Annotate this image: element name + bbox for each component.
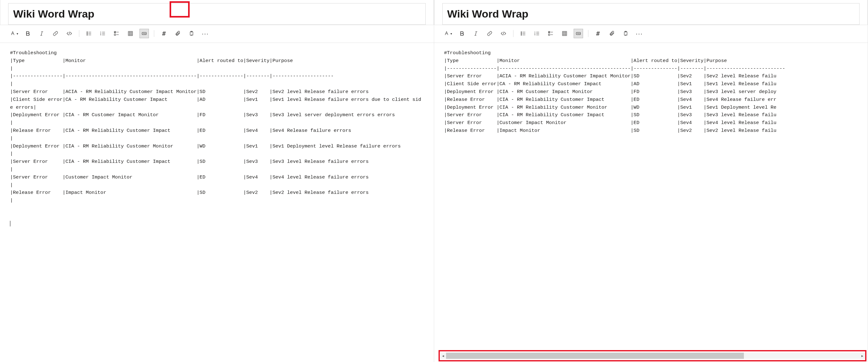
toolbar-separator: [79, 30, 79, 37]
chevron-down-icon: ▾: [451, 32, 452, 35]
horizontal-scrollbar[interactable]: ◄ ►: [440, 353, 866, 359]
scroll-right-arrow-icon[interactable]: ►: [860, 353, 865, 359]
word-wrap-button[interactable]: Abc: [574, 29, 583, 38]
text-cursor: [10, 221, 10, 226]
scrollbar-track[interactable]: [446, 353, 860, 359]
toolbar: ▾ 123 Abc # ···: [0, 25, 434, 43]
svg-point-14: [521, 33, 521, 34]
bold-button[interactable]: [457, 29, 467, 38]
svg-rect-7: [115, 34, 116, 36]
svg-text:Abc: Abc: [577, 33, 580, 34]
more-button[interactable]: ···: [200, 29, 210, 38]
link-button[interactable]: [51, 29, 60, 38]
text-format-button[interactable]: ▾: [9, 29, 19, 38]
scrollbar-thumb[interactable]: [446, 353, 744, 359]
bold-button[interactable]: [23, 29, 33, 38]
link-button[interactable]: [485, 29, 494, 38]
italic-button[interactable]: [37, 29, 46, 38]
svg-point-2: [87, 34, 88, 35]
mention-hash-button[interactable]: #: [159, 29, 169, 38]
bulleted-list-button[interactable]: [519, 29, 528, 38]
numbered-list-button[interactable]: 123: [98, 29, 107, 38]
svg-point-15: [521, 34, 521, 35]
toolbar-separator: [513, 30, 514, 37]
word-wrap-button[interactable]: Abc: [140, 29, 149, 38]
svg-text:3: 3: [534, 34, 535, 36]
paste-button[interactable]: [187, 29, 196, 38]
svg-point-0: [87, 32, 88, 32]
svg-text:3: 3: [100, 34, 101, 36]
svg-point-13: [521, 32, 521, 32]
svg-rect-8: [128, 31, 133, 36]
mention-hash-button[interactable]: #: [593, 29, 603, 38]
title-area: Wiki Word Wrap: [0, 0, 434, 25]
checklist-button[interactable]: [112, 29, 121, 38]
svg-rect-21: [562, 31, 567, 36]
toolbar: ▾ 123 Abc # ···: [434, 25, 868, 43]
code-button[interactable]: [499, 29, 508, 38]
editor-content[interactable]: #Troubleshooting |Type |Monitor |Alert r…: [434, 43, 868, 362]
svg-point-1: [87, 33, 88, 34]
text-format-button[interactable]: ▾: [443, 29, 453, 38]
svg-rect-20: [548, 34, 550, 36]
toolbar-separator: [154, 30, 154, 37]
editor-pane-left: Wiki Word Wrap ▾ 123 Abc # ··· #Troubles…: [0, 0, 434, 362]
title-area: Wiki Word Wrap: [434, 0, 868, 25]
code-button[interactable]: [65, 29, 74, 38]
page-title[interactable]: Wiki Word Wrap: [442, 3, 860, 25]
more-button[interactable]: ···: [635, 29, 644, 38]
attach-button[interactable]: [607, 29, 617, 38]
editor-pane-right: Wiki Word Wrap ▾ 123 Abc # ··· #Troubles…: [434, 0, 868, 362]
page-title[interactable]: Wiki Word Wrap: [8, 3, 426, 25]
bulleted-list-button[interactable]: [84, 29, 94, 38]
table-button[interactable]: [126, 29, 135, 38]
scroll-left-arrow-icon[interactable]: ◄: [440, 353, 446, 359]
chevron-down-icon: ▾: [17, 32, 18, 35]
content-text: #Troubleshooting |Type |Monitor |Alert r…: [10, 50, 434, 203]
italic-button[interactable]: [471, 29, 480, 38]
svg-text:Abc: Abc: [143, 33, 146, 34]
paste-button[interactable]: [621, 29, 630, 38]
attach-button[interactable]: [173, 29, 182, 38]
table-button[interactable]: [560, 29, 569, 38]
numbered-list-button[interactable]: 123: [532, 29, 542, 38]
editor-content[interactable]: #Troubleshooting |Type |Monitor |Alert r…: [0, 43, 434, 362]
checklist-button[interactable]: [546, 29, 555, 38]
content-text: #Troubleshooting |Type |Monitor |Alert r…: [444, 50, 785, 133]
toolbar-separator: [588, 30, 588, 37]
